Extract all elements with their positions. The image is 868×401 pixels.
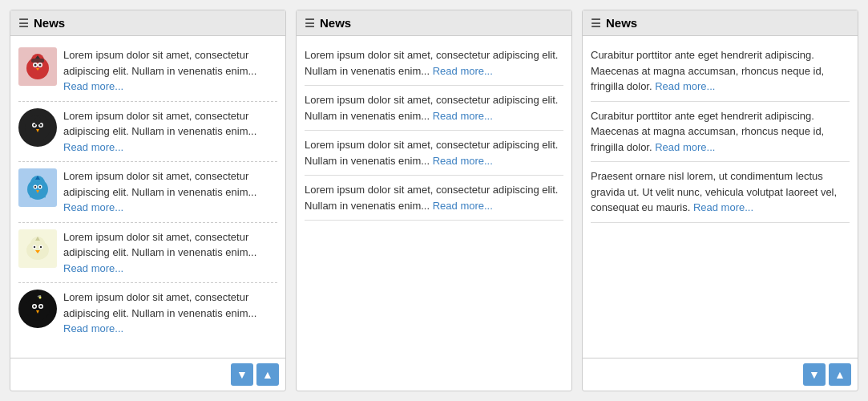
svg-point-12 xyxy=(34,124,36,126)
news-item-text: Lorem ipsum dolor sit amet, consectetur … xyxy=(305,47,563,79)
read-more-link[interactable]: Read more... xyxy=(693,201,753,213)
news-item-text: Lorem ipsum dolor sit amet, consectetur … xyxy=(305,137,563,168)
news-item: Lorem ipsum dolor sit amet, consectetur … xyxy=(18,223,277,284)
read-more-link[interactable]: Read more... xyxy=(433,65,493,77)
read-more-link[interactable]: Read more... xyxy=(433,200,493,212)
svg-point-5 xyxy=(34,64,37,67)
widget-body-3: Curabitur porttitor ante eget hendrerit … xyxy=(583,36,858,358)
read-more-link[interactable]: Read more... xyxy=(63,141,123,153)
nav-up-btn-1[interactable]: ▲ xyxy=(256,363,279,386)
svg-point-39 xyxy=(39,297,42,299)
avatar xyxy=(18,168,57,207)
widget-header-2: ☰ News xyxy=(297,10,571,36)
nav-down-btn-1[interactable]: ▼ xyxy=(231,363,253,386)
avatar xyxy=(18,108,57,147)
news-item-text: Curabitur porttitor ante eget hendrerit … xyxy=(591,108,850,156)
read-more-link[interactable]: Read more... xyxy=(433,110,493,122)
svg-point-33 xyxy=(26,297,50,321)
avatar xyxy=(18,290,57,328)
svg-point-37 xyxy=(40,306,42,308)
news-item-text: Lorem ipsum dolor sit amet, consectetur … xyxy=(63,108,277,156)
widget-footer-1: ▼ ▲ xyxy=(10,358,285,391)
news-item-text: Lorem ipsum dolor sit amet, consectetur … xyxy=(63,168,277,216)
svg-rect-8 xyxy=(31,59,44,63)
news-item-text: Lorem ipsum dolor sit amet, consectetur … xyxy=(305,182,563,213)
news-item: Lorem ipsum dolor sit amet, consectetur … xyxy=(18,162,277,223)
widget-header-1: ☰ News xyxy=(10,10,285,36)
news-item: Curabitur porttitor ante eget hendrerit … xyxy=(591,102,850,163)
news-item-text: Lorem ipsum dolor sit amet, consectetur … xyxy=(305,92,563,124)
widget-title-3: News xyxy=(606,16,637,30)
news-item: Praesent ornare nisl lorem, ut condiment… xyxy=(591,162,850,223)
read-more-link[interactable]: Read more... xyxy=(63,80,123,92)
news-item: Lorem ipsum dolor sit amet, consectetur … xyxy=(18,283,277,343)
news-item-text: Lorem ipsum dolor sit amet, consectetur … xyxy=(63,229,277,277)
avatar xyxy=(18,229,57,268)
read-more-link[interactable]: Read more... xyxy=(655,141,715,153)
svg-point-31 xyxy=(40,245,42,247)
read-more-link[interactable]: Read more... xyxy=(63,201,123,213)
read-more-link[interactable]: Read more... xyxy=(63,322,123,334)
news-item-text: Lorem ipsum dolor sit amet, consectetur … xyxy=(63,47,277,95)
svg-point-23 xyxy=(39,186,41,188)
news-item: Curabitur porttitor ante eget hendrerit … xyxy=(591,41,850,102)
news-icon-2: ☰ xyxy=(305,17,315,30)
news-item: Lorem ipsum dolor sit amet, consectetur … xyxy=(18,41,277,102)
avatar xyxy=(18,47,57,86)
svg-point-6 xyxy=(39,64,42,67)
nav-up-btn-3[interactable]: ▲ xyxy=(829,363,851,386)
news-item: Lorem ipsum dolor sit amet, consectetur … xyxy=(305,41,563,86)
news-icon-3: ☰ xyxy=(591,17,601,30)
svg-point-22 xyxy=(34,186,36,188)
news-item-text: Lorem ipsum dolor sit amet, consectetur … xyxy=(63,290,277,337)
widget-body-1: Lorem ipsum dolor sit amet, consectetur … xyxy=(10,36,285,358)
read-more-link[interactable]: Read more... xyxy=(655,80,715,92)
news-icon-1: ☰ xyxy=(18,17,29,30)
news-widget-3: ☰ News Curabitur porttitor ante eget hen… xyxy=(582,10,858,391)
widget-title-2: News xyxy=(320,16,351,30)
svg-point-30 xyxy=(34,245,35,247)
read-more-link[interactable]: Read more... xyxy=(433,155,493,167)
nav-down-btn-3[interactable]: ▼ xyxy=(803,363,826,386)
svg-point-36 xyxy=(34,306,36,308)
news-item-text: Curabitur porttitor ante eget hendrerit … xyxy=(591,47,850,95)
widget-header-3: ☰ News xyxy=(583,10,858,36)
news-item: Lorem ipsum dolor sit amet, consectetur … xyxy=(305,131,563,176)
svg-point-13 xyxy=(40,124,42,126)
widget-body-2: Lorem ipsum dolor sit amet, consectetur … xyxy=(297,36,571,391)
widget-footer-3: ▼ ▲ xyxy=(583,358,858,391)
news-widget-2: ☰ News Lorem ipsum dolor sit amet, conse… xyxy=(296,10,572,391)
svg-point-15 xyxy=(34,117,41,125)
news-item: Lorem ipsum dolor sit amet, consectetur … xyxy=(18,102,277,163)
news-item: Lorem ipsum dolor sit amet, consectetur … xyxy=(305,176,563,221)
news-item: Lorem ipsum dolor sit amet, consectetur … xyxy=(305,86,563,131)
news-item-text: Praesent ornare nisl lorem, ut condiment… xyxy=(591,168,850,216)
widget-title-1: News xyxy=(34,16,65,30)
read-more-link[interactable]: Read more... xyxy=(63,262,123,274)
news-widget-1: ☰ News Lorem ipsum dolor sit amet, conse… xyxy=(10,10,286,391)
